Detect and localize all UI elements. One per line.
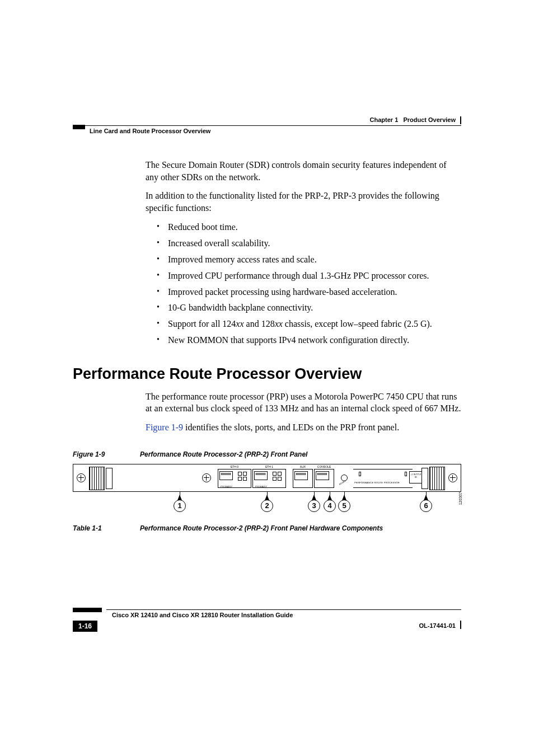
text-italic: xx [236, 319, 243, 328]
reset-label: RESET [339, 480, 346, 486]
list-item: Improved memory access rates and scale. [157, 253, 461, 267]
list-item: 10-G bandwidth backplane connectivity. [157, 301, 461, 315]
port-label: ETH 1 [253, 465, 285, 468]
text-run: identifies the slots, ports, and LEDs on… [183, 422, 399, 432]
document-number: OL-17441-01 [419, 621, 461, 629]
table-title: Performance Route Processor-2 (PRP-2) Fr… [140, 524, 383, 532]
list-item: Reduced boot time. [157, 220, 461, 234]
feature-list: Reduced boot time. Increased overall sca… [73, 220, 461, 347]
ejector-left [89, 467, 105, 490]
drawing-number: 120307 [458, 492, 462, 505]
handle-slot [421, 468, 428, 489]
port-group-aux: AUX [293, 469, 313, 488]
port-label: CONSOLE [315, 465, 334, 468]
figure-number: Figure 1-9 [73, 450, 140, 458]
port-label: AUX [293, 465, 312, 468]
list-item: New ROMMON that supports IPv4 network co… [157, 334, 461, 348]
screw-icon [202, 473, 211, 482]
footer-row: 1-16 OL-17441-01 [73, 621, 461, 632]
text-run: and 128 [244, 319, 275, 328]
para-sdr: The Secure Domain Router (SDR) controls … [73, 159, 461, 183]
para-prp-desc: The performance route processor (PRP) us… [73, 391, 461, 415]
chapter-title: Product Overview [403, 116, 456, 123]
running-header: Chapter 1 Product Overview Line Card and… [73, 116, 461, 134]
ejector-right [429, 467, 445, 490]
led-block [237, 471, 247, 481]
xref-figure-1-9[interactable]: Figure 1-9 [146, 422, 183, 432]
list-item: Improved packet processing using hardwar… [157, 285, 461, 299]
screw-icon [448, 473, 457, 482]
footer-rule [106, 609, 461, 610]
list-item: Support for all 124xx and 128xx chassis,… [157, 317, 461, 331]
primary-label: PRIMARY [255, 485, 268, 488]
port-label: ETH 0 [218, 465, 251, 468]
figure-title: Performance Route Processor-2 (PRP-2) Fr… [140, 450, 307, 458]
table-number: Table 1-1 [73, 524, 140, 532]
page-number: 1-16 [73, 621, 97, 632]
text-run: chassis, except low–speed fabric (2.5 G)… [283, 319, 432, 328]
callout-6: 6 [420, 500, 432, 512]
body-content: The Secure Domain Router (SDR) controls … [73, 159, 461, 538]
port-group-eth1: ETH 1 PRIMARY [252, 469, 286, 488]
text-run: Support for all 124 [168, 319, 236, 328]
callout-5: 5 [338, 500, 350, 512]
prp-text-label: PERFORMANCE ROUTE PROCESSOR [354, 481, 400, 484]
callout-3: 3 [308, 500, 320, 512]
rj45-port-icon [294, 471, 308, 480]
figure-prp2-front-panel: ETH 0 PRIMARY ETH 1 PRIMA [73, 464, 461, 514]
heading-prp-overview: Performance Route Processor Overview [73, 365, 461, 383]
book-title: Cisco XR 12410 and Cisco XR 12810 Router… [73, 610, 461, 618]
pc-card-slot [353, 469, 413, 488]
para-figref: Figure 1-9 identifies the slots, ports, … [73, 421, 461, 434]
slot-id-display: -1 SLOT-0 ID [409, 471, 423, 483]
list-item: Improved CPU performance through dual 1.… [157, 269, 461, 283]
text-italic: xx [275, 319, 283, 328]
page: Chapter 1 Product Overview Line Card and… [0, 0, 534, 756]
para-prp3-intro: In addition to the functionality listed … [73, 190, 461, 214]
rj45-port-icon [219, 471, 233, 480]
table-caption: Table 1-1Performance Route Processor-2 (… [73, 524, 461, 532]
callout-row: 1 2 3 4 5 6 [73, 491, 461, 514]
header-chapter-line: Chapter 1 Product Overview [73, 116, 461, 124]
port-group-eth0: ETH 0 PRIMARY [218, 469, 251, 488]
rj45-port-icon [316, 471, 329, 480]
chapter-number: Chapter 1 [370, 116, 399, 123]
port-group-console: CONSOLE [314, 469, 334, 488]
list-item: Increased overall scalability. [157, 237, 461, 251]
handle-slot [106, 468, 113, 489]
running-footer: Cisco XR 12410 and Cisco XR 12810 Router… [73, 609, 461, 632]
header-section: Line Card and Route Processor Overview [73, 126, 461, 134]
callout-4: 4 [324, 500, 336, 512]
callout-2: 2 [261, 500, 273, 512]
faceplate: ETH 0 PRIMARY ETH 1 PRIMA [73, 464, 461, 492]
led-block [272, 471, 282, 481]
primary-label: PRIMARY [221, 485, 233, 488]
screw-icon [77, 473, 86, 482]
rj45-port-icon [254, 471, 268, 480]
figure-caption: Figure 1-9Performance Route Processor-2 … [73, 450, 461, 458]
callout-1: 1 [174, 500, 186, 512]
